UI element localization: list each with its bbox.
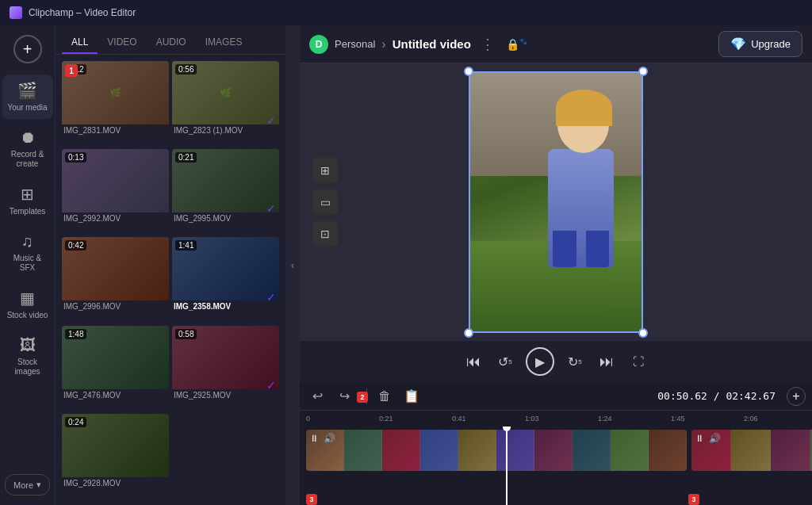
sidebar-item-label: Music & SFX <box>6 254 50 273</box>
number-badge-3a: 3 <box>306 494 317 505</box>
media-duration: 1:41 <box>175 240 197 251</box>
media-panel: ALL VIDEO AUDIO IMAGES 🌿 2:12 IMG_2831.M… <box>56 25 285 505</box>
resize-handle-br[interactable] <box>638 328 648 338</box>
forward-5s-button[interactable]: ↻5 <box>564 350 586 373</box>
sidebar-item-stock-images[interactable]: 🖼 Stock images <box>2 330 53 383</box>
media-duration: 0:56 <box>175 64 197 75</box>
sidebar-item-record-create[interactable]: ⏺ Record &create <box>2 122 53 175</box>
your-media-icon: 🎬 <box>17 81 37 100</box>
check-icon: ✓ <box>266 114 276 127</box>
media-duration: 0:58 <box>175 329 197 339</box>
collapse-panel-button[interactable]: ‹ <box>285 25 300 505</box>
copy-button[interactable]: 📋 <box>400 385 423 407</box>
track-thumb <box>731 430 771 471</box>
list-item[interactable]: 1:41 ✓ IMG_2358.MOV <box>172 237 279 322</box>
secondary-track[interactable]: ⏸ 🔊 <box>691 430 812 471</box>
music-sfx-icon: ♫ <box>21 232 33 251</box>
list-item[interactable]: 0:13 IMG_2992.MOV <box>62 149 169 234</box>
track-thumb <box>573 430 611 471</box>
video-preview-container[interactable] <box>469 71 643 333</box>
title-bar: Clipchamp – Video Editor <box>0 0 812 25</box>
stock-images-icon: 🖼 <box>20 336 36 354</box>
list-item[interactable]: 0:21 ✓ IMG_2995.MOV <box>172 149 279 234</box>
media-duration: 0:24 <box>65 417 86 427</box>
sidebar-item-templates[interactable]: ⊞ Templates <box>2 178 53 223</box>
list-item[interactable]: 1:48 IMG_2476.MOV <box>62 326 169 411</box>
more-button[interactable]: More ▾ <box>5 474 50 495</box>
check-icon: ✓ <box>266 291 276 304</box>
check-icon: ✓ <box>266 202 276 215</box>
playback-controls: ⏮ ↺5 ▶ ↻5 ⏭ ⛶ <box>300 341 812 382</box>
preview-area: D Personal › Untitled video ⋮ 🔒🐾 💎 Upgra… <box>300 25 812 505</box>
media-name: IMG_2992.MOV <box>62 212 169 224</box>
main-track[interactable]: ⏸ 🔊 <box>306 430 687 471</box>
layout-tool-button[interactable]: ▭ <box>312 189 338 215</box>
track-thumb <box>344 430 382 471</box>
ruler-mark: 1:03 <box>525 415 539 423</box>
sidebar-item-label: Record &create <box>11 150 44 169</box>
media-duration: 1:48 <box>65 329 86 339</box>
crop-tool-button[interactable]: ⊡ <box>312 221 338 247</box>
resize-handle-tr[interactable] <box>638 67 648 76</box>
tab-audio[interactable]: AUDIO <box>147 32 196 54</box>
resize-handle-bl[interactable] <box>464 328 473 338</box>
list-item[interactable]: 🌿 2:12 IMG_2831.MOV 1 <box>62 61 169 146</box>
track-thumb <box>420 430 458 471</box>
skip-start-button[interactable]: ⏮ <box>462 350 485 373</box>
sidebar-item-your-media[interactable]: 🎬 Your media <box>2 75 53 119</box>
preview-canvas: ⊞ ▭ ⊡ <box>300 63 812 341</box>
rewind-5s-button[interactable]: ↺5 <box>494 350 516 373</box>
timeline-toolbar: ↩ ↪ 2 🗑 📋 00:50.62 / 02:42.67 + <box>300 382 812 411</box>
list-item[interactable]: 0:42 IMG_2996.MOV <box>62 237 169 322</box>
track-thumb <box>382 430 420 471</box>
undo-button[interactable]: ↩ <box>306 385 328 407</box>
media-duration: 0:21 <box>175 152 197 163</box>
resize-handle-tl[interactable] <box>464 67 473 76</box>
add-track-button[interactable]: + <box>787 387 806 406</box>
list-item[interactable]: 🌿 0:56 ✓ IMG_2823 (1).MOV <box>172 61 279 146</box>
track-thumb <box>534 430 573 471</box>
list-item[interactable]: 0:24 IMG_2928.MOV <box>62 414 169 499</box>
track-thumb <box>771 430 810 471</box>
video-title[interactable]: Untitled video <box>393 37 471 51</box>
tab-images[interactable]: IMAGES <box>196 32 252 54</box>
media-name: IMG_2996.MOV <box>62 300 169 312</box>
chevron-down-icon: ▾ <box>36 480 41 490</box>
media-grid: 🌿 2:12 IMG_2831.MOV 1 🌿 0:56 ✓ IMG_2823 … <box>56 55 285 505</box>
redo-button[interactable]: ↪ <box>333 385 355 407</box>
breadcrumb-separator: › <box>381 37 385 52</box>
play-pause-button[interactable]: ▶ <box>526 347 554 376</box>
media-duration: 0:13 <box>65 152 86 163</box>
tab-video[interactable]: VIDEO <box>98 32 146 54</box>
fullscreen-button[interactable]: ⛶ <box>627 350 649 373</box>
timeline-area: ↩ ↪ 2 🗑 📋 00:50.62 / 02:42.67 + 0 <box>300 382 812 505</box>
add-button[interactable]: + <box>13 35 42 63</box>
ruler-mark: 2:06 <box>744 415 758 423</box>
ruler-mark: 1:24 <box>598 415 612 423</box>
record-create-icon: ⏺ <box>20 128 36 147</box>
sidebar: + 🎬 Your media ⏺ Record &create ⊞ Templa… <box>0 25 56 505</box>
ruler-mark: 0:21 <box>379 415 393 423</box>
app-logo <box>10 6 22 19</box>
preview-tools: ⊞ ▭ ⊡ <box>312 158 338 247</box>
ruler-mark: 0:41 <box>452 415 466 423</box>
more-options-button[interactable]: ⋮ <box>481 36 495 53</box>
list-item[interactable]: 0:58 ✓ IMG_2925.MOV <box>172 326 279 411</box>
sidebar-item-stock-video[interactable]: ▦ Stock video <box>2 282 53 327</box>
sidebar-item-label: Stock video <box>7 311 48 320</box>
skip-end-button[interactable]: ⏭ <box>596 350 618 373</box>
sidebar-item-music-sfx[interactable]: ♫ Music & SFX <box>2 226 53 279</box>
preview-header: D Personal › Untitled video ⋮ 🔒🐾 💎 Upgra… <box>300 25 812 63</box>
number-badge-2: 2 <box>357 392 368 403</box>
tab-all[interactable]: ALL <box>62 32 98 54</box>
playhead[interactable] <box>506 427 508 505</box>
fit-tool-button[interactable]: ⊞ <box>312 158 338 183</box>
upgrade-button[interactable]: 💎 Upgrade <box>718 31 802 57</box>
workspace-badge: D <box>309 35 328 54</box>
media-tabs: ALL VIDEO AUDIO IMAGES <box>56 25 285 55</box>
stock-video-icon: ▦ <box>20 289 35 308</box>
autofit-icon[interactable]: 🔒🐾 <box>506 38 527 51</box>
delete-button[interactable]: 🗑 <box>373 385 396 407</box>
workspace-label: Personal <box>335 38 375 50</box>
media-name: IMG_2995.MOV <box>172 212 279 224</box>
